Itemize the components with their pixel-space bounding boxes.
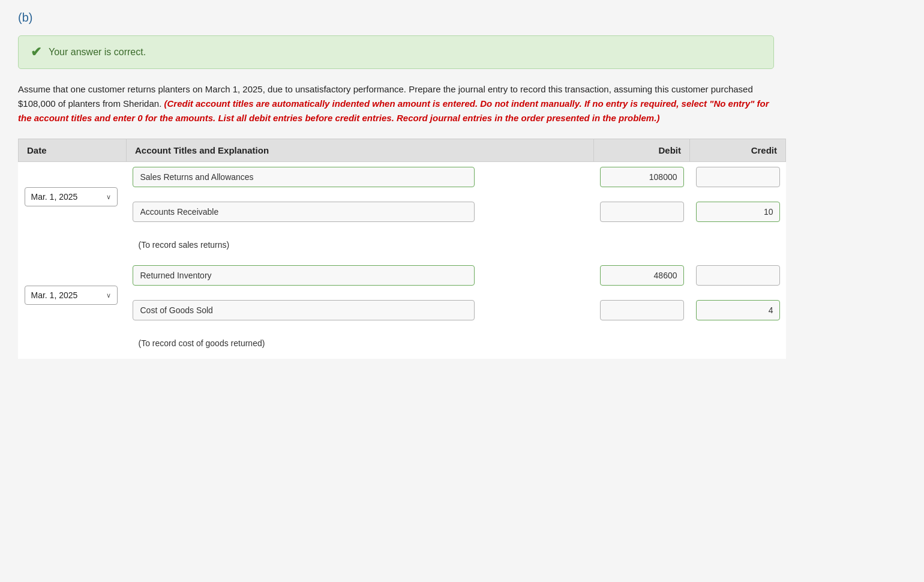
- date-cell-0: Mar. 1, 2025∨: [19, 162, 127, 232]
- date-cell-1: Mar. 1, 2025∨: [19, 260, 127, 330]
- debit-cell-0-0: [594, 162, 690, 197]
- chevron-down-icon: ∨: [106, 292, 111, 299]
- credit-input-1-0[interactable]: [696, 265, 780, 286]
- debit-cell-0-1: [594, 197, 690, 232]
- table-row: Mar. 1, 2025∨: [19, 162, 786, 197]
- debit-cell-1-1: [594, 295, 690, 330]
- debit-cell-1-0: [594, 260, 690, 295]
- debit-input-1-0[interactable]: [600, 265, 684, 286]
- account-input-0-0[interactable]: [133, 167, 475, 187]
- header-credit: Credit: [690, 139, 786, 162]
- debit-input-1-1[interactable]: [600, 300, 684, 320]
- table-row: [19, 197, 786, 232]
- account-cell-1-0: [127, 260, 594, 295]
- note-row-0: (To record sales returns): [19, 232, 786, 260]
- problem-description: Assume that one customer returns planter…: [18, 82, 774, 125]
- chevron-down-icon: ∨: [106, 193, 111, 201]
- credit-cell-0-1: [690, 197, 786, 232]
- header-account: Account Titles and Explanation: [127, 139, 594, 162]
- account-cell-1-1: [127, 295, 594, 330]
- note-row-1: (To record cost of goods returned): [19, 330, 786, 359]
- note-text-0: (To record sales returns): [127, 232, 786, 260]
- account-input-1-0[interactable]: [133, 265, 475, 286]
- table-row: [19, 295, 786, 330]
- header-date: Date: [19, 139, 127, 162]
- note-text-1: (To record cost of goods returned): [127, 330, 786, 359]
- table-row: Mar. 1, 2025∨: [19, 260, 786, 295]
- credit-cell-0-0: [690, 162, 786, 197]
- header-debit: Debit: [594, 139, 690, 162]
- check-icon: ✔: [31, 44, 41, 60]
- account-cell-0-0: [127, 162, 594, 197]
- credit-input-0-1[interactable]: [696, 202, 780, 222]
- section-label: (b): [18, 11, 906, 25]
- account-cell-0-1: [127, 197, 594, 232]
- account-input-1-1[interactable]: [133, 300, 475, 320]
- journal-table: Date Account Titles and Explanation Debi…: [18, 139, 786, 359]
- credit-cell-1-0: [690, 260, 786, 295]
- date-value-0: Mar. 1, 2025: [31, 192, 78, 202]
- date-value-1: Mar. 1, 2025: [31, 290, 78, 300]
- date-select-1[interactable]: Mar. 1, 2025∨: [25, 286, 118, 305]
- credit-input-1-1[interactable]: [696, 300, 780, 320]
- date-select-0[interactable]: Mar. 1, 2025∨: [25, 187, 118, 206]
- correct-text: Your answer is correct.: [49, 47, 146, 58]
- credit-cell-1-1: [690, 295, 786, 330]
- credit-input-0-0[interactable]: [696, 167, 780, 187]
- debit-input-0-0[interactable]: [600, 167, 684, 187]
- correct-banner: ✔ Your answer is correct.: [18, 35, 774, 69]
- debit-input-0-1[interactable]: [600, 202, 684, 222]
- account-input-0-1[interactable]: [133, 202, 475, 222]
